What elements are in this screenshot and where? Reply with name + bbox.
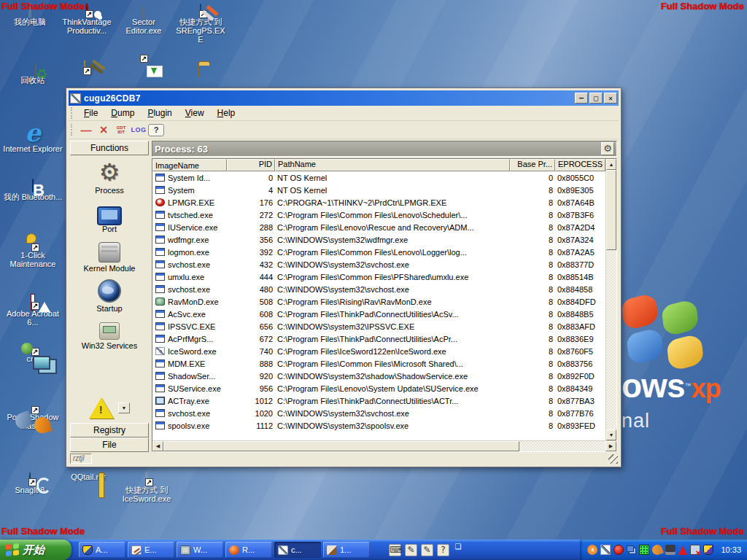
table-row-ipssvc-exe[interactable]: IPSSVC.EXE656C:\WINDOWS\system32\IPSSVC.… (152, 320, 605, 332)
desktop-icon-1-click-maintenance[interactable]: ↗1-Click Maintenance (1, 238, 64, 296)
vertical-scrollbar[interactable]: ▲ ▼ (605, 159, 616, 440)
antivirus-shield-icon[interactable] (614, 545, 624, 555)
table-row-suservice-exe[interactable]: SUService.exe956C:\Program Files\Lenovo\… (152, 382, 605, 394)
toolbar-close-button[interactable]: ✕ (96, 122, 112, 137)
column-header-pathname[interactable]: PathName (275, 159, 510, 171)
sidebar-scroll-down-button[interactable]: ▼ (118, 402, 130, 413)
icesword-tray-icon[interactable] (600, 545, 611, 555)
desktop-icon-回收站[interactable]: 回收站 (1, 63, 64, 121)
menu-file[interactable]: File (77, 106, 104, 120)
sidebar-item-win32-services[interactable]: Win32 Services (70, 319, 149, 350)
pen-icon[interactable]: ✎ (405, 544, 417, 556)
table-row-shadowser[interactable]: ShadowSer...920C:\WINDOWS\system32\shado… (152, 370, 605, 382)
writing-pad-icon[interactable]: ✎ (421, 544, 433, 556)
printer-tray-icon[interactable] (665, 545, 676, 555)
powershadow-tray-icon[interactable] (651, 543, 664, 556)
table-row-acsvc-exe[interactable]: AcSvc.exe608C:\Program Files\ThinkPad\Co… (152, 308, 605, 320)
keyboard-icon[interactable]: ⌨ (389, 544, 401, 556)
desktop-icon-powershadow-master[interactable]: ↗PowerShadow Master (1, 413, 64, 471)
cell-eprocess: 0x8760F5 (555, 347, 605, 356)
resize-grip[interactable] (608, 454, 618, 464)
start-button[interactable]: 开始 (0, 540, 71, 560)
table-row-system[interactable]: System4NT OS Kernel80x89E305 (152, 184, 605, 196)
table-row-tvtsched-exe[interactable]: tvtsched.exe272C:\Program Files\Common F… (152, 209, 605, 221)
table-row-wdfmgr-exe[interactable]: wdfmgr.exe356C:\WINDOWS\system32\wdfmgr.… (152, 233, 605, 246)
refresh-gear-button[interactable]: ⚙ (601, 142, 614, 155)
scroll-down-button[interactable]: ▼ (606, 429, 616, 440)
registry-button[interactable]: Registry (70, 423, 149, 438)
task-button-a[interactable]: A... (79, 542, 125, 558)
menu-view[interactable]: View (179, 106, 211, 120)
sidebar-item-process[interactable]: ⚙Process (70, 160, 149, 195)
scroll-left-button[interactable]: ◀ (152, 441, 163, 451)
scroll-right-button[interactable]: ▶ (605, 441, 616, 451)
horizontal-scrollbar[interactable]: ◀ ▶ (152, 440, 616, 451)
horizontal-scroll-thumb[interactable] (163, 441, 519, 451)
table-row-spoolsv-exe[interactable]: spoolsv.exe1112C:\WINDOWS\system32\spool… (152, 419, 605, 432)
network-computers-icon[interactable] (627, 545, 634, 552)
security-shield-icon[interactable] (703, 545, 713, 555)
table-row-actray-exe[interactable]: ACTray.exe1012C:\Program Files\ThinkPad\… (152, 394, 605, 407)
scroll-up-button[interactable]: ▲ (606, 159, 616, 170)
table-row-system-id[interactable]: System Id...0NT OS Kernel00x8055C0 (152, 171, 605, 184)
close-button[interactable]: ✕ (604, 93, 617, 104)
menu-dump[interactable]: Dump (104, 106, 141, 120)
cell-eprocess: 0x893FED (555, 421, 605, 430)
sidebar-item-label: Kernel Module (70, 264, 149, 273)
desktop-icon-adobe-acrobat-6[interactable]: ↗Adobe Acrobat 6... (1, 296, 64, 354)
table-row-mdm-exe[interactable]: MDM.EXE888C:\Program Files\Common Files\… (152, 357, 605, 370)
task-button-c[interactable]: c... (274, 542, 321, 558)
menu-help[interactable]: Help (211, 106, 242, 120)
task-button-1[interactable]: 1... (323, 542, 370, 558)
sidebar-item-startup[interactable]: Startup (70, 279, 149, 313)
table-row-ravmond-exe[interactable]: RavMonD.exe508C:\Program Files\Rising\Ra… (152, 295, 605, 308)
table-row-umxlu-exe[interactable]: umxlu.exe444C:\Program Files\Common File… (152, 271, 605, 283)
toolbar-minus-button[interactable]: — (78, 122, 94, 137)
cell-pid: 888 (227, 359, 275, 368)
table-row-icesword-exe[interactable]: IceSword.exe740C:\Program Files\IceSword… (152, 345, 605, 357)
desktop-icon-download[interactable]: ↗ (128, 61, 155, 74)
langbar-minimize-icon[interactable]: ❏ (453, 544, 463, 556)
minimize-button[interactable]: — (575, 93, 588, 104)
table-row-svchost-exe[interactable]: svchost.exe480C:\WINDOWS\system32\svchos… (152, 283, 605, 295)
desktop-icon-internet-explorer[interactable]: eInternet Explorer (1, 121, 64, 179)
desktop-icon-tools[interactable]: ↗ (71, 61, 98, 74)
help-button[interactable]: ? (148, 124, 164, 136)
maximize-button[interactable]: □ (589, 93, 603, 104)
vertical-scroll-thumb[interactable] (606, 170, 616, 250)
sidebar-item-port[interactable]: Port (70, 201, 149, 233)
log-button[interactable]: LOG (131, 122, 147, 137)
column-header-eprocess[interactable]: EPROCESS (555, 159, 605, 171)
gdt-idt-button[interactable]: GDTIDT (113, 122, 129, 137)
desktop-icon-快捷方式-到-icesword-exe[interactable]: ↗快捷方式 到 IceSword.exe (120, 472, 174, 503)
network-offline-icon[interactable] (690, 545, 700, 555)
task-button-r[interactable]: R... (225, 542, 272, 558)
task-button-w[interactable]: W... (177, 542, 223, 558)
alert-antenna-icon[interactable] (678, 545, 687, 555)
task-button-e[interactable]: E... (128, 542, 174, 558)
file-button[interactable]: File (70, 438, 149, 452)
desktop-icon-snagit-8[interactable]: ↗SnagIt 8 (3, 472, 57, 503)
table-row-lpmgr-exe[interactable]: LPMGR.EXE176C:\PROGRA~1\THINKV~2\PrdCtr\… (152, 196, 605, 209)
table-row-svchost-exe[interactable]: svchost.exe1020C:\WINDOWS\system32\svcho… (152, 407, 605, 419)
column-header-imagename[interactable]: ImageName (152, 159, 227, 171)
desktop-icon-cnc[interactable]: ↗cnc (1, 354, 64, 413)
help-icon[interactable]: ? (437, 544, 449, 556)
hide-icons-icon[interactable]: ‹ (587, 545, 597, 555)
desktop-icon-qqtail-rar[interactable]: QQtail.rar (61, 472, 115, 503)
column-header-base-pr[interactable]: Base Pr... (510, 159, 555, 171)
desktop-icon-快捷方式-到-srengps-exe[interactable]: ↗快捷方式 到 SREngPS.EXE (174, 4, 228, 44)
table-row-logmon-exe[interactable]: logmon.exe392C:\Program Files\Common Fil… (152, 246, 605, 258)
column-header-pid[interactable]: PID (227, 159, 275, 171)
desktop-icon-我的-bluetooth[interactable]: 我的 Bluetooth... (1, 179, 64, 238)
functions-header-button[interactable]: Functions (70, 141, 149, 155)
sidebar-item-kernel-module[interactable]: Kernel Module (70, 240, 149, 273)
table-row-iuservice-exe[interactable]: IUService.exe288C:\Program Files\Lenovo\… (152, 221, 605, 233)
desktop-icon-sector-editor-exe[interactable]: Sector Editor.exe (117, 4, 171, 44)
table-row-svchost-exe[interactable]: svchost.exe432C:\WINDOWS\system32\svchos… (152, 258, 605, 271)
title-bar[interactable]: cugu26CDB7 — □ ✕ (69, 90, 619, 106)
desktop-icon-folder[interactable] (185, 61, 212, 74)
firewall-grid-icon[interactable] (639, 545, 649, 555)
menu-plugin[interactable]: Plugin (141, 106, 178, 120)
table-row-acprfmgrs[interactable]: AcPrfMgrS...672C:\Program Files\ThinkPad… (152, 332, 605, 345)
